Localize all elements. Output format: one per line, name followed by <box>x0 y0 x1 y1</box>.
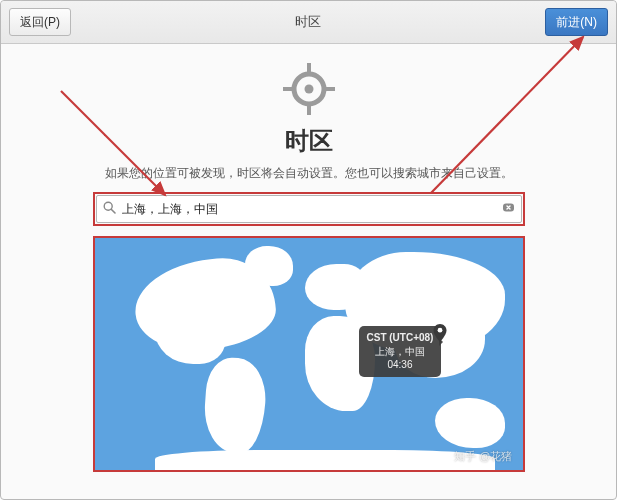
hint-text: 如果您的位置可被发现，时区将会自动设置。您也可以搜索城市来自己设置。 <box>1 165 616 182</box>
svg-rect-4 <box>283 87 292 91</box>
svg-point-9 <box>437 328 442 333</box>
svg-rect-5 <box>326 87 335 91</box>
window-title: 时区 <box>295 13 321 31</box>
svg-rect-2 <box>307 63 311 72</box>
timezone-setup-window: 返回(P) 时区 前进(N) 时区 如果您的位置可被发现，时区将会自动设置。您也… <box>0 0 617 500</box>
svg-rect-3 <box>307 106 311 115</box>
map-landmass <box>435 398 505 448</box>
city-search-input[interactable] <box>120 201 502 217</box>
watermark: 知乎 @花猪 <box>454 449 512 464</box>
back-button[interactable]: 返回(P) <box>9 8 71 36</box>
location-target-icon <box>281 61 337 117</box>
tooltip-city: 上海，中国 <box>367 345 434 359</box>
svg-point-1 <box>304 85 313 94</box>
tooltip-time: 04:36 <box>367 358 434 372</box>
forward-button[interactable]: 前进(N) <box>545 8 608 36</box>
city-search-field[interactable] <box>96 195 522 223</box>
world-map[interactable]: CST (UTC+08) 上海，中国 04:36 知乎 @花猪 <box>95 238 523 470</box>
search-highlight-box <box>93 192 525 226</box>
map-highlight-box: CST (UTC+08) 上海，中国 04:36 知乎 @花猪 <box>93 236 525 472</box>
map-landmass <box>155 304 225 364</box>
tooltip-timezone: CST (UTC+08) <box>367 331 434 345</box>
map-landmass <box>201 356 267 455</box>
clear-icon[interactable] <box>502 200 515 218</box>
svg-line-7 <box>111 209 115 213</box>
search-icon <box>103 200 116 218</box>
content-area: 时区 如果您的位置可被发现，时区将会自动设置。您也可以搜索城市来自己设置。 <box>1 43 616 499</box>
timezone-tooltip: CST (UTC+08) 上海，中国 04:36 <box>359 326 442 377</box>
page-heading: 时区 <box>1 125 616 157</box>
titlebar: 返回(P) 时区 前进(N) <box>1 1 616 44</box>
map-landmass <box>155 450 495 470</box>
location-pin-icon[interactable] <box>433 324 447 338</box>
